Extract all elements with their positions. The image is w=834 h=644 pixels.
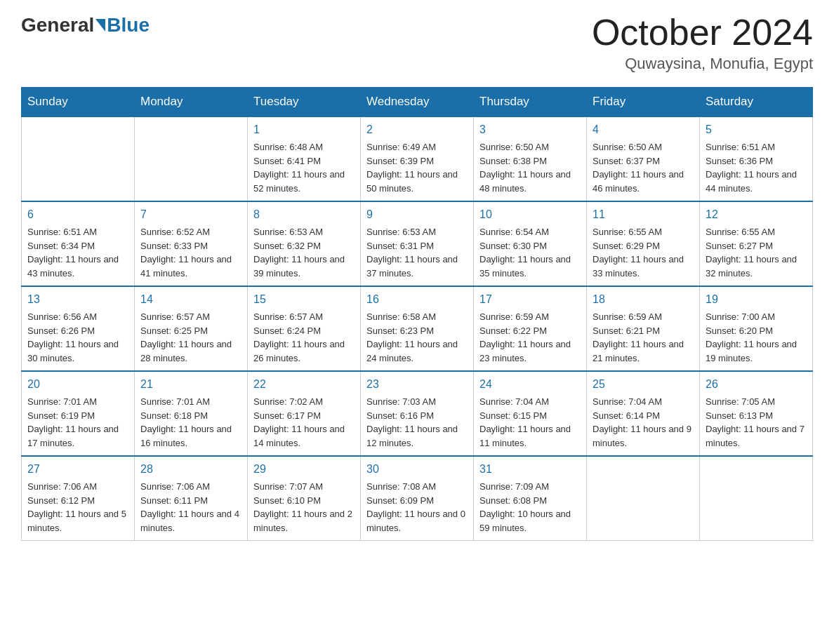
sunrise-text: Sunrise: 7:09 AM <box>479 480 581 494</box>
title-area: October 2024 Quwaysina, Monufia, Egypt <box>592 14 813 73</box>
day-number: 17 <box>479 291 581 308</box>
sunrise-text: Sunrise: 7:00 AM <box>706 310 807 324</box>
calendar-header-row: SundayMondayTuesdayWednesdayThursdayFrid… <box>22 88 813 117</box>
daylight-text: Daylight: 11 hours and 41 minutes. <box>140 253 241 280</box>
day-number: 9 <box>366 206 468 223</box>
sunrise-text: Sunrise: 6:57 AM <box>253 310 355 324</box>
calendar-cell: 20Sunrise: 7:01 AMSunset: 6:19 PMDayligh… <box>22 371 135 456</box>
sunrise-text: Sunrise: 6:53 AM <box>253 225 355 239</box>
sunrise-text: Sunrise: 6:55 AM <box>706 225 807 239</box>
calendar-cell: 15Sunrise: 6:57 AMSunset: 6:24 PMDayligh… <box>248 286 361 371</box>
calendar-cell: 18Sunrise: 6:59 AMSunset: 6:21 PMDayligh… <box>587 286 700 371</box>
sunrise-text: Sunrise: 7:07 AM <box>253 480 355 494</box>
sunrise-text: Sunrise: 6:50 AM <box>479 140 581 154</box>
sunset-text: Sunset: 6:36 PM <box>706 154 807 168</box>
day-number: 27 <box>27 461 128 478</box>
sunset-text: Sunset: 6:09 PM <box>366 494 468 508</box>
sunrise-text: Sunrise: 6:53 AM <box>366 225 468 239</box>
day-number: 19 <box>706 291 807 308</box>
calendar-cell: 26Sunrise: 7:05 AMSunset: 6:13 PMDayligh… <box>700 371 813 456</box>
daylight-text: Daylight: 11 hours and 11 minutes. <box>479 422 581 450</box>
sunrise-text: Sunrise: 7:02 AM <box>253 395 355 409</box>
sunset-text: Sunset: 6:38 PM <box>479 154 581 168</box>
sunset-text: Sunset: 6:17 PM <box>253 409 355 423</box>
sunrise-text: Sunrise: 7:01 AM <box>27 395 128 409</box>
daylight-text: Daylight: 11 hours and 48 minutes. <box>479 168 581 195</box>
sunrise-text: Sunrise: 6:48 AM <box>253 140 355 154</box>
calendar-cell: 6Sunrise: 6:51 AMSunset: 6:34 PMDaylight… <box>22 201 135 286</box>
calendar-cell: 12Sunrise: 6:55 AMSunset: 6:27 PMDayligh… <box>700 201 813 286</box>
sunrise-text: Sunrise: 6:54 AM <box>479 225 581 239</box>
day-number: 8 <box>253 206 355 223</box>
sunset-text: Sunset: 6:19 PM <box>27 409 128 423</box>
location-title: Quwaysina, Monufia, Egypt <box>592 55 813 73</box>
daylight-text: Daylight: 10 hours and 59 minutes. <box>479 507 581 535</box>
calendar-cell: 29Sunrise: 7:07 AMSunset: 6:10 PMDayligh… <box>248 456 361 541</box>
calendar-cell: 4Sunrise: 6:50 AMSunset: 6:37 PMDaylight… <box>587 116 700 201</box>
day-number: 30 <box>366 461 468 478</box>
sunset-text: Sunset: 6:33 PM <box>140 239 241 253</box>
sunset-text: Sunset: 6:23 PM <box>366 324 468 338</box>
daylight-text: Daylight: 11 hours and 35 minutes. <box>479 253 581 280</box>
sunrise-text: Sunrise: 6:50 AM <box>593 140 694 154</box>
calendar-cell: 14Sunrise: 6:57 AMSunset: 6:25 PMDayligh… <box>135 286 248 371</box>
sunrise-text: Sunrise: 7:04 AM <box>593 395 694 409</box>
daylight-text: Daylight: 11 hours and 9 minutes. <box>593 422 694 450</box>
day-number: 20 <box>27 376 128 393</box>
day-number: 21 <box>140 376 241 393</box>
daylight-text: Daylight: 11 hours and 46 minutes. <box>593 168 694 195</box>
day-number: 31 <box>479 461 581 478</box>
calendar-cell: 7Sunrise: 6:52 AMSunset: 6:33 PMDaylight… <box>135 201 248 286</box>
daylight-text: Daylight: 11 hours and 28 minutes. <box>140 337 241 365</box>
calendar-cell: 11Sunrise: 6:55 AMSunset: 6:29 PMDayligh… <box>587 201 700 286</box>
day-number: 29 <box>253 461 355 478</box>
calendar-week-4: 20Sunrise: 7:01 AMSunset: 6:19 PMDayligh… <box>22 371 813 456</box>
calendar-cell: 8Sunrise: 6:53 AMSunset: 6:32 PMDaylight… <box>248 201 361 286</box>
day-number: 4 <box>593 121 694 138</box>
daylight-text: Daylight: 11 hours and 4 minutes. <box>140 507 241 535</box>
header-friday: Friday <box>587 88 700 117</box>
sunrise-text: Sunrise: 6:58 AM <box>366 310 468 324</box>
daylight-text: Daylight: 11 hours and 44 minutes. <box>706 168 807 195</box>
calendar-cell: 21Sunrise: 7:01 AMSunset: 6:18 PMDayligh… <box>135 371 248 456</box>
calendar-cell: 16Sunrise: 6:58 AMSunset: 6:23 PMDayligh… <box>361 286 474 371</box>
page-header: General Blue October 2024 Quwaysina, Mon… <box>21 14 813 73</box>
daylight-text: Daylight: 11 hours and 14 minutes. <box>253 422 355 450</box>
day-number: 26 <box>706 376 807 393</box>
calendar-cell: 24Sunrise: 7:04 AMSunset: 6:15 PMDayligh… <box>474 371 587 456</box>
day-number: 16 <box>366 291 468 308</box>
daylight-text: Daylight: 11 hours and 0 minutes. <box>366 507 468 535</box>
calendar-cell: 13Sunrise: 6:56 AMSunset: 6:26 PMDayligh… <box>22 286 135 371</box>
sunrise-text: Sunrise: 6:51 AM <box>706 140 807 154</box>
logo-blue-text: Blue <box>107 14 150 36</box>
day-number: 14 <box>140 291 241 308</box>
logo-arrow-icon <box>95 19 105 32</box>
sunset-text: Sunset: 6:21 PM <box>593 324 694 338</box>
daylight-text: Daylight: 11 hours and 50 minutes. <box>366 168 468 195</box>
header-tuesday: Tuesday <box>248 88 361 117</box>
header-saturday: Saturday <box>700 88 813 117</box>
sunrise-text: Sunrise: 6:57 AM <box>140 310 241 324</box>
sunrise-text: Sunrise: 7:06 AM <box>140 480 241 494</box>
calendar-cell: 31Sunrise: 7:09 AMSunset: 6:08 PMDayligh… <box>474 456 587 541</box>
sunset-text: Sunset: 6:39 PM <box>366 154 468 168</box>
calendar-cell: 17Sunrise: 6:59 AMSunset: 6:22 PMDayligh… <box>474 286 587 371</box>
daylight-text: Daylight: 11 hours and 16 minutes. <box>140 422 241 450</box>
day-number: 7 <box>140 206 241 223</box>
day-number: 10 <box>479 206 581 223</box>
day-number: 22 <box>253 376 355 393</box>
calendar-week-5: 27Sunrise: 7:06 AMSunset: 6:12 PMDayligh… <box>22 456 813 541</box>
sunset-text: Sunset: 6:08 PM <box>479 494 581 508</box>
day-number: 25 <box>593 376 694 393</box>
sunrise-text: Sunrise: 6:59 AM <box>479 310 581 324</box>
calendar-week-2: 6Sunrise: 6:51 AMSunset: 6:34 PMDaylight… <box>22 201 813 286</box>
calendar-cell: 30Sunrise: 7:08 AMSunset: 6:09 PMDayligh… <box>361 456 474 541</box>
sunset-text: Sunset: 6:13 PM <box>706 409 807 423</box>
calendar-cell: 1Sunrise: 6:48 AMSunset: 6:41 PMDaylight… <box>248 116 361 201</box>
day-number: 2 <box>366 121 468 138</box>
calendar-cell: 3Sunrise: 6:50 AMSunset: 6:38 PMDaylight… <box>474 116 587 201</box>
calendar-cell <box>135 116 248 201</box>
calendar-cell: 25Sunrise: 7:04 AMSunset: 6:14 PMDayligh… <box>587 371 700 456</box>
day-number: 11 <box>593 206 694 223</box>
day-number: 5 <box>706 121 807 138</box>
